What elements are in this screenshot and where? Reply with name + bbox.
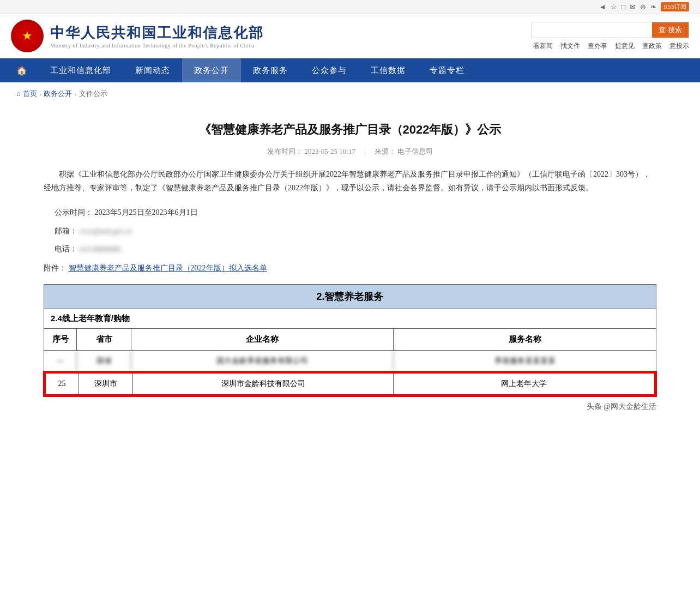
main-content: 《智慧健康养老产品及服务推广目录（2022年版）》公示 发布时间： 2023-0… bbox=[0, 105, 700, 428]
table-row-highlighted: 25 深圳市 深圳市金龄科技有限公司 网上老年大学 bbox=[44, 372, 656, 396]
arrow-icon: ◄ bbox=[599, 3, 606, 11]
table-columns-header: 序号 省市 企业名称 服务名称 bbox=[44, 329, 656, 351]
attachment-link[interactable]: 智慧健康养老产品及服务推广目录（2022年版）拟入选名单 bbox=[69, 264, 267, 272]
logo-text: 中华人民共和国工业和信息化部 Ministry of Industry and … bbox=[50, 23, 264, 49]
nav-item-data[interactable]: 工信数据 bbox=[359, 58, 418, 82]
cell-company-25: 深圳市金龄科技有限公司 bbox=[133, 374, 394, 394]
nav-item-public[interactable]: 公众参与 bbox=[300, 58, 359, 82]
share-icon: ❧ bbox=[650, 3, 656, 11]
breadcrumb-sep2: › bbox=[74, 89, 76, 98]
phone-value: 010-68888888 bbox=[80, 243, 121, 255]
article-body: 积据《工业和信息化部办公厅民政部办公厅国家卫生健康委办公厅关于组织开展2022年… bbox=[44, 167, 656, 195]
cell-service-blurred: 养老服务某某某某 bbox=[394, 351, 656, 371]
cell-company-blurred: 国大金龄养老服务有限公司 bbox=[131, 351, 394, 371]
email-value: xxxx@miit.gov.cn bbox=[80, 225, 132, 237]
header-link-news[interactable]: 看新闻 bbox=[533, 41, 553, 51]
nav-item-open[interactable]: 政务公开 bbox=[182, 58, 241, 82]
header-link-feedback[interactable]: 提意见 bbox=[615, 41, 635, 51]
public-period-label: 公示时间： bbox=[55, 208, 93, 216]
search-input[interactable] bbox=[532, 22, 652, 38]
email-label: 邮箱： bbox=[55, 227, 77, 235]
table-subheader: 2.4线上老年教育/购物 bbox=[44, 309, 656, 329]
search-button[interactable]: 查 搜索 bbox=[652, 22, 689, 38]
header-link-affairs[interactable]: 查办事 bbox=[588, 41, 607, 51]
logo-emblem: ★ bbox=[11, 20, 44, 52]
meta-time-label: 发布时间： 2023-05-25 10:17 bbox=[267, 147, 355, 156]
table-row-blurred: — 国省 国大金龄养老服务有限公司 养老服务某某某某 bbox=[44, 351, 656, 372]
site-title-en: Ministry of Industry and Information Tec… bbox=[50, 43, 264, 49]
public-period-value: 2023年5月25日至2023年6月1日 bbox=[95, 208, 198, 216]
col-header-service: 服务名称 bbox=[394, 329, 656, 350]
nav-item-news[interactable]: 新闻动态 bbox=[123, 58, 182, 82]
rss-badge[interactable]: RSS订阅 bbox=[661, 2, 689, 11]
breadcrumb: ⌂ 首页 › 政务公开 › 文件公示 bbox=[0, 82, 700, 105]
article-title: 《智慧健康养老产品及服务推广目录（2022年版）》公示 bbox=[44, 122, 656, 138]
search-box[interactable]: 查 搜索 bbox=[532, 22, 689, 38]
mail-icon: ✉ bbox=[630, 3, 636, 11]
site-title-cn: 中华人民共和国工业和信息化部 bbox=[50, 23, 264, 43]
nav-bar: 🏠 工业和信息化部 新闻动态 政务公开 政务服务 公众参与 工信数据 专题专栏 bbox=[0, 58, 700, 82]
meta-source-value: 电子信息司 bbox=[397, 147, 433, 155]
meta-time-value: 2023-05-25 10:17 bbox=[304, 147, 355, 155]
breadcrumb-sep1: › bbox=[39, 89, 41, 98]
nav-item-special[interactable]: 专题专栏 bbox=[418, 58, 476, 82]
public-period: 公示时间： 2023年5月25日至2023年6月1日 bbox=[55, 206, 656, 219]
header-search-area: 查 搜索 看新闻 找文件 查办事 提意见 查政策 意投示 bbox=[532, 22, 689, 51]
cell-num-25: 25 bbox=[46, 374, 79, 394]
nav-item-service[interactable]: 政务服务 bbox=[241, 58, 300, 82]
col-header-num: 序号 bbox=[44, 329, 77, 350]
cell-province-blurred: 国省 bbox=[77, 351, 131, 371]
nav-item-miit[interactable]: 工业和信息化部 bbox=[38, 58, 123, 82]
article-meta: 发布时间： 2023-05-25 10:17 | 来源： 电子信息司 bbox=[44, 147, 656, 156]
logo-area: ★ 中华人民共和国工业和信息化部 Ministry of Industry an… bbox=[11, 20, 264, 52]
meta-source-label: 来源： 电子信息司 bbox=[375, 147, 433, 156]
table-main-header: 2.智慧养老服务 bbox=[44, 285, 656, 309]
header-quick-links: 看新闻 找文件 查办事 提意见 查政策 意投示 bbox=[533, 41, 689, 51]
col-header-province: 省市 bbox=[77, 329, 131, 350]
col-header-company: 企业名称 bbox=[131, 329, 394, 350]
top-bar: ◄ ☆ □ ✉ ⊕ ❧ RSS订阅 bbox=[0, 0, 700, 14]
header-link-policy[interactable]: 查政策 bbox=[642, 41, 662, 51]
header-link-vote[interactable]: 意投示 bbox=[669, 41, 689, 51]
breadcrumb-home[interactable]: 首页 bbox=[23, 89, 37, 99]
breadcrumb-home-icon: ⌂ bbox=[16, 89, 21, 98]
bookmark-icon: ☆ bbox=[611, 3, 617, 11]
attachment-line: 附件： 智慧健康养老产品及服务推广目录（2022年版）拟入选名单 bbox=[44, 263, 656, 273]
image-attribution: 头条 @网大金龄生活 bbox=[44, 402, 656, 412]
phone-row: 电话： 010-68888888 bbox=[55, 242, 656, 256]
breadcrumb-open[interactable]: 政务公开 bbox=[44, 89, 72, 99]
email-row: 邮箱： xxxx@miit.gov.cn bbox=[55, 224, 656, 238]
cell-num-blurred: — bbox=[44, 351, 77, 371]
meta-source-label-text: 来源： bbox=[375, 147, 396, 155]
site-header: ★ 中华人民共和国工业和信息化部 Ministry of Industry an… bbox=[0, 14, 700, 58]
cell-service-25: 网上老年大学 bbox=[394, 374, 654, 394]
cell-province-25: 深圳市 bbox=[79, 374, 133, 394]
results-table: 2.智慧养老服务 2.4线上老年教育/购物 序号 省市 企业名称 服务名称 — … bbox=[44, 284, 656, 396]
printer-icon: ⊕ bbox=[640, 3, 646, 11]
window-icon: □ bbox=[621, 3, 626, 11]
home-icon[interactable]: 🏠 bbox=[16, 65, 27, 76]
phone-label: 电话： bbox=[55, 245, 77, 253]
top-bar-icons: ◄ ☆ □ ✉ ⊕ ❧ RSS订阅 bbox=[599, 2, 689, 11]
header-link-files[interactable]: 找文件 bbox=[560, 41, 580, 51]
attachment-prefix: 附件： bbox=[44, 264, 67, 272]
meta-time-label-text: 发布时间： bbox=[267, 147, 303, 155]
meta-divider: | bbox=[364, 147, 366, 156]
breadcrumb-current: 文件公示 bbox=[79, 89, 107, 99]
